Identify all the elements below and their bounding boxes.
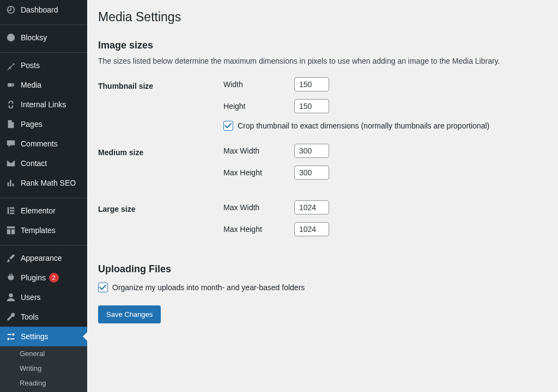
- image-sizes-description: The sizes listed below determine the max…: [98, 57, 547, 65]
- sidebar-item-label: Plugins: [21, 273, 46, 282]
- sidebar-item-label: Elementor: [21, 206, 56, 215]
- large-width-label: Max Width: [223, 203, 294, 212]
- sidebar-item-label: Templates: [21, 226, 56, 235]
- svg-rect-8: [7, 229, 10, 234]
- user-icon: [5, 292, 16, 303]
- large-height-label: Max Height: [223, 225, 294, 234]
- sidebar-item-label: Dashboard: [21, 5, 58, 14]
- comment-icon: [5, 138, 16, 149]
- settings-submenu: General Writing Reading Discussion: [0, 346, 87, 392]
- sidebar-item-label: Internal Links: [21, 100, 66, 109]
- sidebar-item-label: Contact: [21, 159, 47, 168]
- sidebar-item-label: Users: [21, 293, 41, 302]
- elementor-icon: [5, 205, 16, 216]
- organize-uploads-checkbox[interactable]: [98, 283, 108, 292]
- svg-rect-5: [10, 210, 14, 212]
- sidebar-item-appearance[interactable]: Appearance: [0, 248, 87, 268]
- sidebar-item-pages[interactable]: Pages: [0, 114, 87, 134]
- submenu-item-reading[interactable]: Reading: [0, 376, 87, 390]
- svg-rect-6: [10, 213, 14, 215]
- sidebar-item-dashboard[interactable]: Dashboard: [0, 0, 87, 20]
- svg-rect-3: [8, 207, 9, 215]
- medium-size-heading: Medium size: [98, 137, 218, 194]
- sidebar-item-label: Rank Math SEO: [21, 179, 76, 187]
- organize-uploads-label: Organize my uploads into month- and year…: [112, 283, 305, 292]
- sidebar-item-label: Posts: [21, 61, 40, 70]
- sidebar-item-label: Tools: [21, 313, 39, 321]
- submenu-item-general[interactable]: General: [0, 346, 87, 361]
- submenu-item-writing[interactable]: Writing: [0, 361, 87, 376]
- thumbnail-width-label: Width: [223, 80, 294, 89]
- medium-height-input[interactable]: [294, 166, 329, 180]
- sidebar-item-posts[interactable]: Posts: [0, 56, 87, 75]
- sidebar-item-elementor[interactable]: Elementor: [0, 201, 87, 220]
- sidebar-item-label: Appearance: [21, 254, 62, 262]
- save-changes-button[interactable]: Save Changes: [98, 305, 161, 323]
- sidebar-item-label: Media: [21, 81, 41, 89]
- sidebar-item-settings[interactable]: Settings: [0, 327, 87, 346]
- plugin-icon: [5, 272, 16, 283]
- pin-icon: [5, 60, 16, 71]
- sidebar-item-internal-links[interactable]: Internal Links: [0, 95, 87, 114]
- page-icon: [5, 119, 16, 130]
- section-uploading-files: Uploading Files: [98, 264, 547, 275]
- page-title: Media Settings: [98, 0, 547, 27]
- media-icon: [5, 79, 16, 90]
- admin-sidebar: Dashboard Blocksy Posts Media Internal L…: [0, 0, 87, 392]
- thumbnail-crop-label: Crop thumbnail to exact dimensions (norm…: [238, 121, 489, 130]
- sidebar-item-users[interactable]: Users: [0, 287, 87, 307]
- sliders-icon: [5, 331, 16, 342]
- main-content: Media Settings Image sizes The sizes lis…: [87, 0, 558, 392]
- svg-point-2: [10, 83, 14, 87]
- medium-width-input[interactable]: [294, 144, 329, 158]
- link-icon: [5, 99, 16, 110]
- sidebar-item-label: Settings: [21, 332, 48, 341]
- large-width-input[interactable]: [294, 200, 329, 215]
- blocksy-icon: [5, 32, 16, 43]
- menu-separator: [0, 243, 87, 246]
- sidebar-item-label: Blocksy: [21, 33, 47, 42]
- menu-separator: [0, 195, 87, 198]
- menu-separator: [0, 22, 87, 25]
- sidebar-item-tools[interactable]: Tools: [0, 307, 87, 327]
- sidebar-item-comments[interactable]: Comments: [0, 134, 87, 154]
- large-height-input[interactable]: [294, 222, 329, 236]
- envelope-icon: [5, 158, 16, 169]
- sidebar-item-label: Pages: [21, 120, 43, 128]
- medium-width-label: Max Width: [223, 146, 294, 155]
- sidebar-item-plugins[interactable]: Plugins 2: [0, 268, 87, 287]
- svg-rect-4: [10, 207, 14, 209]
- sidebar-item-templates[interactable]: Templates: [0, 220, 87, 240]
- chart-icon: [5, 177, 16, 188]
- sidebar-item-contact[interactable]: Contact: [0, 154, 87, 173]
- svg-point-10: [9, 293, 13, 297]
- thumbnail-crop-checkbox[interactable]: [223, 121, 233, 131]
- thumbnail-height-label: Height: [223, 102, 294, 111]
- sidebar-item-blocksy[interactable]: Blocksy: [0, 28, 87, 47]
- wrench-icon: [5, 311, 16, 322]
- templates-icon: [5, 225, 16, 236]
- menu-separator: [0, 50, 87, 53]
- sidebar-item-media[interactable]: Media: [0, 75, 87, 95]
- svg-point-0: [7, 34, 15, 41]
- sidebar-item-label: Comments: [21, 139, 58, 148]
- medium-height-label: Max Height: [223, 168, 294, 177]
- svg-rect-9: [11, 229, 15, 234]
- large-size-heading: Large size: [98, 194, 218, 250]
- brush-icon: [5, 253, 16, 264]
- section-image-sizes: Image sizes: [98, 40, 547, 51]
- dashboard-icon: [5, 4, 16, 15]
- sidebar-item-rank-math[interactable]: Rank Math SEO: [0, 173, 87, 193]
- thumbnail-height-input[interactable]: [294, 99, 329, 113]
- image-sizes-table: Thumbnail size Width Height Crop thumbna…: [98, 71, 547, 250]
- svg-rect-7: [7, 226, 15, 229]
- thumbnail-width-input[interactable]: [294, 77, 329, 91]
- thumbnail-size-heading: Thumbnail size: [98, 71, 218, 137]
- plugins-update-badge: 2: [49, 273, 59, 283]
